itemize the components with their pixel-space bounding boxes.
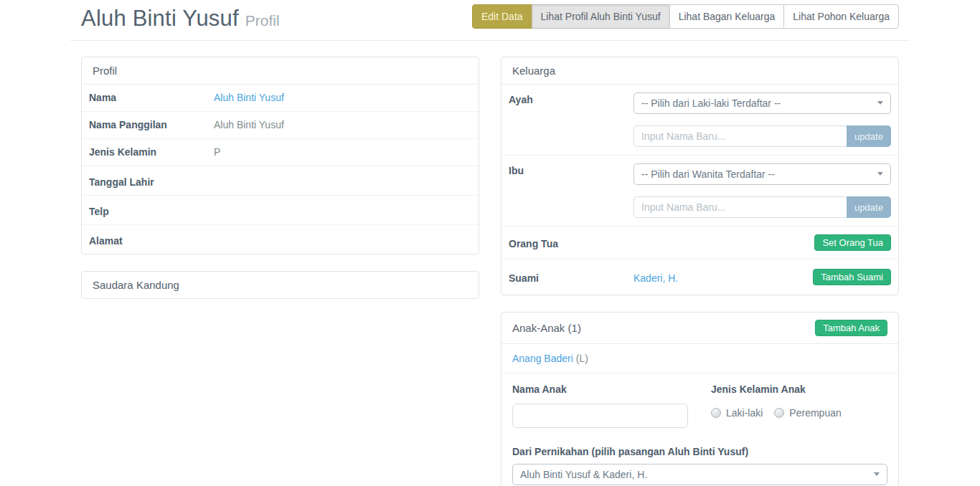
saudara-kandung-panel-title: Saudara Kandung: [82, 272, 479, 298]
suami-row: Suami Kaderi, H. Tambah Suami: [501, 259, 898, 295]
row-label: Nama: [89, 92, 214, 103]
table-row-alamat: Alamat: [82, 225, 479, 254]
table-row-telp: Telp: [82, 196, 479, 225]
ayah-select[interactable]: -- Pilih dari Laki-laki Terdaftar --: [633, 92, 891, 114]
tambah-anak-form: Nama Anak Jenis Kelamin Anak Laki-laki: [501, 373, 898, 486]
orang-tua-label: Orang Tua: [509, 237, 633, 249]
nama-anak-input[interactable]: [512, 404, 688, 428]
nama-anak-label: Nama Anak: [512, 383, 711, 395]
table-row-tanggal-lahir: Tanggal Lahir: [82, 166, 479, 196]
tambah-suami-button[interactable]: Tambah Suami: [813, 269, 891, 285]
table-row-nama: Nama Aluh Binti Yusuf: [82, 85, 479, 112]
jenis-kelamin-anak-label: Jenis Kelamin Anak: [711, 383, 853, 395]
radio-option-laki-laki[interactable]: Laki-laki: [711, 407, 763, 419]
dari-pernikahan-label: Dari Pernikahan (pilih pasangan Aluh Bin…: [512, 446, 887, 457]
ibu-nama-baru-input[interactable]: [633, 196, 847, 218]
page-titles: Aluh Binti Yusuf Profil: [81, 4, 280, 32]
ayah-label: Ayah: [509, 92, 633, 105]
ayah-update-button[interactable]: update: [847, 125, 891, 147]
perempuan-radio-label: Perempuan: [789, 407, 841, 419]
row-label: Tanggal Lahir: [89, 176, 214, 188]
suami-value-link[interactable]: Kaderi, H.: [633, 272, 678, 284]
profil-panel-title: Profil: [82, 57, 479, 85]
suami-label: Suami: [509, 271, 633, 284]
laki-laki-radio[interactable]: [711, 408, 721, 418]
page-container: Aluh Binti Yusuf Profil Edit Data Lihat …: [70, 0, 910, 486]
edit-data-button[interactable]: Edit Data: [472, 4, 532, 29]
lihat-profil-button[interactable]: Lihat Profil Aluh Binti Yusuf: [532, 4, 670, 29]
ibu-label: Ibu: [509, 163, 633, 176]
child-name-link[interactable]: Anang Baderi: [512, 353, 573, 364]
row-value: Aluh Binti Yusuf: [214, 119, 284, 131]
ayah-row: Ayah -- Pilih dari Laki-laki Terdaftar -…: [501, 85, 898, 156]
page-header: Aluh Binti Yusuf Profil Edit Data Lihat …: [81, 0, 899, 32]
view-switch-button-group: Edit Data Lihat Profil Aluh Binti Yusuf …: [472, 4, 899, 29]
keluarga-panel-title: Keluarga: [501, 57, 898, 85]
lihat-pohon-keluarga-button[interactable]: Lihat Pohon Keluarga: [783, 4, 899, 29]
laki-laki-radio-label: Laki-laki: [726, 407, 763, 419]
nama-value-link[interactable]: Aluh Binti Yusuf: [214, 92, 284, 103]
profil-panel: Profil Nama Aluh Binti Yusuf Nama Panggi…: [81, 57, 479, 254]
page-title: Aluh Binti Yusuf: [81, 6, 239, 32]
child-gender-tag: (L): [576, 353, 588, 364]
orang-tua-row: Orang Tua Set Orang Tua: [501, 227, 898, 259]
anak-anak-panel-title: Anak-Anak (1): [512, 322, 581, 334]
tambah-anak-header-button[interactable]: Tambah Anak: [815, 320, 887, 336]
pasangan-select[interactable]: Aluh Binti Yusuf & Kaderi, H.: [512, 464, 887, 485]
radio-option-perempuan[interactable]: Perempuan: [774, 407, 841, 419]
row-label: Alamat: [89, 235, 214, 247]
anak-anak-panel-header: Anak-Anak (1) Tambah Anak: [501, 313, 898, 344]
saudara-kandung-panel: Saudara Kandung: [81, 271, 479, 299]
anak-anak-panel: Anak-Anak (1) Tambah Anak Anang Baderi (…: [501, 312, 899, 486]
ibu-update-button[interactable]: update: [847, 196, 891, 218]
page-subtitle: Profil: [245, 12, 280, 29]
row-label: Telp: [89, 206, 214, 217]
ayah-nama-baru-input[interactable]: [633, 125, 847, 147]
keluarga-panel: Keluarga Ayah -- Pilih dari Laki-laki Te…: [501, 57, 899, 295]
header-divider: [70, 40, 910, 41]
perempuan-radio[interactable]: [774, 408, 784, 418]
set-orang-tua-button[interactable]: Set Orang Tua: [814, 234, 891, 251]
lihat-bagan-keluarga-button[interactable]: Lihat Bagan Keluarga: [669, 4, 785, 29]
table-row-nama-panggilan: Nama Panggilan Aluh Binti Yusuf: [82, 112, 479, 139]
table-row-jenis-kelamin: Jenis Kelamin P: [82, 139, 479, 166]
row-label: Jenis Kelamin: [89, 146, 214, 158]
ibu-select[interactable]: -- Pilih dari Wanita Terdaftar --: [633, 163, 891, 185]
row-label: Nama Panggilan: [89, 119, 214, 130]
ibu-row: Ibu -- Pilih dari Wanita Terdaftar -- up…: [501, 156, 898, 227]
row-value: P: [214, 146, 220, 158]
child-list-item: Anang Baderi (L): [501, 344, 898, 373]
